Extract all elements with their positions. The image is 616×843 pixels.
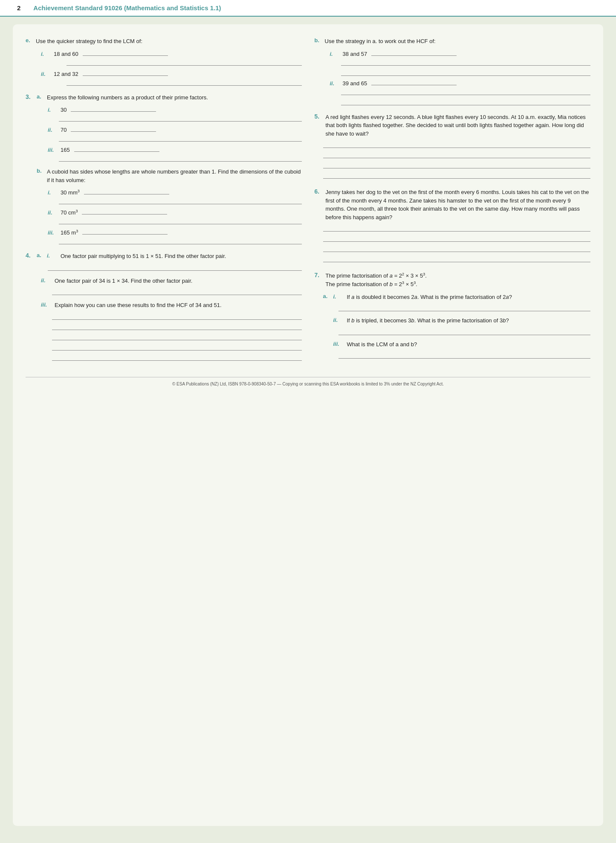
two-column-layout: e. Use the quicker strategy to find the … [26,37,590,368]
e-i-text: 18 and 60 [54,51,78,57]
q3-a-ii-block: ii. 70 [48,126,302,142]
answer-line [67,80,302,86]
b-ii-label: ii. [330,80,341,87]
e-ii-block: ii. 12 and 32 [41,70,302,86]
q3-a-iii-row: iii. 165 [48,146,302,153]
question-3-block: 3. a. Express the following numbers as a… [26,93,302,245]
question-e-row: e. Use the quicker strategy to find the … [26,37,302,46]
q7-a-i-label: i. [333,293,344,300]
answer-line [323,152,591,158]
q4-a-ii-label: ii. [41,277,52,284]
q3-b-i-row: i. 30 mm3 [48,188,302,196]
q3-b-ii-block: ii. 70 cm3 [48,209,302,224]
b-i-label: i. [330,50,341,57]
q5-num: 5. [315,113,323,120]
answer-line [323,246,591,252]
answer-line [52,355,302,361]
q3-b-i-text: 30 mm3 [61,189,80,196]
q7-a-block: a. i. If a is doubled it becomes 2a. Wha… [323,293,591,359]
e-ii-label: ii. [41,70,52,77]
answer-line [67,60,302,66]
answer-line [59,198,302,204]
question-6-block: 6. Jenny takes her dog to the vet on the… [315,188,591,262]
e-i-row: i. 18 and 60 [41,50,302,57]
answer-line [338,329,591,335]
q3-b-text: A cuboid has sides whose lengths are who… [47,168,302,184]
question-b-block: b. Use the strategy in a. to work out th… [315,37,591,105]
footer-text: © ESA Publications (NZ) Ltd, ISBN 978-0-… [172,382,444,386]
answer-line [341,60,591,66]
q7-row: 7. The prime factorisation of a = 22 × 3… [315,272,591,289]
page-header: 2 Achievement Standard 91026 (Mathematic… [0,0,616,17]
b-ii-row: ii. 39 and 65 [330,79,591,87]
answer-line [52,334,302,340]
q3-b-iii-block: iii. 165 m3 [48,229,302,244]
q5-text: A red light flashes every 12 seconds. A … [326,113,591,138]
q4-a-iii-row: iii. Explain how you can use these resul… [41,301,302,310]
answer-line [323,173,591,179]
q6-row: 6. Jenny takes her dog to the vet on the… [315,188,591,221]
b-i-row: i. 38 and 57 [330,50,591,57]
question-e-block: e. Use the quicker strategy to find the … [26,37,302,86]
q7-text1: The prime factorisation of a = 22 × 3 × … [326,272,591,280]
answer-line [59,116,302,122]
q3-a-ii-answer [71,126,156,132]
q3-b-i-label: i. [48,189,59,196]
answer-line [52,314,302,320]
q4-num: 4. [26,252,34,259]
q3-a-iii-answer [74,146,159,152]
q7-a-ii-row: ii. If b is tripled, it becomes 3b. What… [323,316,591,325]
q3-a-i-row: i. 30 [48,106,302,113]
q4-a-label: a. [37,252,44,258]
e-i-answer-line [83,50,168,56]
b-ii-answer [371,79,457,85]
q4-a-iii-label: iii. [41,301,52,308]
q7-a-iii-text: What is the LCM of a and b? [347,340,591,349]
q3-b-iii-answer [82,229,168,235]
q7-a-row: a. i. If a is doubled it becomes 2a. Wha… [323,293,591,301]
answer-line [59,156,302,162]
e-ii-answer-line [83,70,168,76]
q3-a-ii-row: ii. 70 [48,126,302,133]
answer-line [338,353,591,359]
answer-line [48,265,302,271]
footer: © ESA Publications (NZ) Ltd, ISBN 978-0-… [26,377,590,389]
answer-line [323,162,591,168]
b-text: Use the strategy in a. to work out the H… [325,37,591,46]
answer-line [341,99,591,105]
q3-b-i-block: i. 30 mm3 [48,188,302,204]
e-ii-row: ii. 12 and 32 [41,70,302,77]
q7-a-ii-text: If b is tripled, it becomes 3b. What is … [347,316,591,325]
q4-a-iii-text: Explain how you can use these results to… [55,301,302,310]
e-ii-text: 12 and 32 [54,71,78,77]
q4-a-i-label: i. [47,252,58,259]
e-ii-extra-lines [67,80,302,86]
answer-line [341,89,591,95]
q7-num: 7. [315,272,323,278]
b-label: b. [315,37,322,43]
b-i-block: i. 38 and 57 [330,50,591,76]
q3-a-iii-text: 165 [61,147,70,153]
q3-a-i-answer [71,106,156,112]
q3-b-i-answer [84,188,169,194]
q3-a-iii-block: iii. 165 [48,146,302,162]
e-text: Use the quicker strategy to find the LCM… [36,37,302,46]
q7-a-ii-label: ii. [333,316,344,323]
answer-line [59,136,302,142]
answer-line [323,142,591,148]
main-content: e. Use the quicker strategy to find the … [13,24,603,826]
b-ii-block: ii. 39 and 65 [330,79,591,105]
q6-text: Jenny takes her dog to the vet on the fi… [326,188,591,221]
e-label: e. [26,37,33,43]
q7-a-iii-row: iii. What is the LCM of a and b? [323,340,591,349]
q3-b-iii-text: 165 m3 [61,229,78,236]
q3-a-i-text: 30 [61,107,67,113]
e-i-extra-lines [67,60,302,66]
q3-a-text: Express the following numbers as a produ… [47,93,302,102]
e-i-label: i. [41,50,52,57]
answer-line [323,226,591,232]
left-column: e. Use the quicker strategy to find the … [26,37,302,368]
answer-line [323,236,591,242]
page-number: 2 [17,4,20,12]
q6-num: 6. [315,188,323,195]
